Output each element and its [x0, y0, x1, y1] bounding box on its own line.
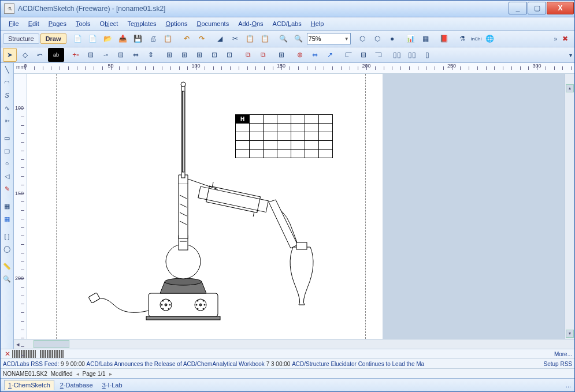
pattern-swatch[interactable]: [47, 350, 48, 358]
redo-icon[interactable]: ↷: [195, 32, 209, 46]
toolbar2-overflow-icon[interactable]: ▾: [569, 52, 572, 58]
rss-item-1[interactable]: ACD/Labs Announces the Release of ACD/Ch…: [87, 361, 265, 367]
table-tool-icon[interactable]: ▦: [1, 213, 13, 225]
ellipse-tool-icon[interactable]: ○: [1, 158, 13, 169]
callout-tool-icon[interactable]: ◯: [1, 243, 13, 255]
dist2-icon[interactable]: ▯▯: [405, 48, 419, 62]
group5-icon[interactable]: ⊡: [222, 48, 236, 62]
copy-page-icon[interactable]: 📋: [161, 32, 175, 46]
more-colors-link[interactable]: More...: [554, 351, 572, 357]
pattern-swatch[interactable]: [62, 350, 64, 358]
pattern-swatch[interactable]: [43, 350, 44, 358]
tool-a-icon[interactable]: ⬡: [355, 32, 369, 46]
curve-tool-icon[interactable]: S: [1, 89, 13, 101]
rotate-icon[interactable]: ⤺: [33, 48, 47, 62]
align3-icon[interactable]: ⫎: [372, 48, 385, 62]
zoom-combo[interactable]: 75%▼: [307, 33, 351, 44]
menu-documents[interactable]: Documents: [192, 19, 234, 28]
color-swatch[interactable]: [17, 350, 18, 358]
no-fill-icon[interactable]: ✕: [3, 349, 12, 359]
color-swatch[interactable]: [16, 350, 17, 358]
color-swatch[interactable]: [14, 350, 15, 358]
pattern-swatch[interactable]: [61, 350, 62, 358]
tab-database[interactable]: 2-Database: [57, 380, 97, 390]
new-page-icon[interactable]: 📄: [86, 32, 100, 46]
toolbar-close-icon[interactable]: ✖: [558, 32, 572, 46]
snap1-icon[interactable]: ⊕: [293, 48, 307, 62]
bracket-tool-icon[interactable]: [ ]: [1, 230, 13, 242]
menu-pages[interactable]: Pages: [44, 19, 71, 28]
chart-icon[interactable]: 📊: [404, 32, 418, 46]
open-icon[interactable]: 📂: [101, 32, 115, 46]
eraser-icon[interactable]: ◢: [213, 32, 227, 46]
color-swatch[interactable]: [19, 350, 20, 358]
snap3-icon[interactable]: ↗: [323, 48, 337, 62]
paint-tool-icon[interactable]: ✎: [1, 183, 13, 195]
pattern-swatch[interactable]: [57, 350, 58, 358]
menu-templates[interactable]: Templates: [123, 19, 161, 28]
grid-icon[interactable]: ⊞: [274, 48, 288, 62]
menu-options[interactable]: Options: [161, 19, 192, 28]
toolbar-overflow-icon[interactable]: »: [554, 36, 557, 42]
polygon-tool-icon[interactable]: ◁: [1, 170, 13, 182]
join-icon[interactable]: -▫: [99, 48, 113, 62]
calc-tool-icon[interactable]: ▦: [1, 200, 13, 212]
pattern-swatch[interactable]: [54, 350, 55, 358]
pattern-swatch[interactable]: [55, 350, 57, 358]
hflip-icon[interactable]: ⇔: [129, 48, 143, 62]
vflip-icon[interactable]: ⇕: [144, 48, 158, 62]
zoom-in-icon[interactable]: 🔍: [277, 32, 291, 46]
layer2-icon[interactable]: ⧉: [256, 48, 270, 62]
color-swatch[interactable]: [29, 350, 31, 358]
tab-ilab[interactable]: 3-I-Lab: [99, 380, 126, 390]
menu-tools[interactable]: Tools: [71, 19, 95, 28]
insert-node-icon[interactable]: +▫: [69, 48, 83, 62]
color-swatch[interactable]: [23, 350, 24, 358]
inchi-label[interactable]: InChI: [471, 36, 482, 42]
group3-icon[interactable]: ⊞: [192, 48, 206, 62]
rss-item-2[interactable]: ACD/Structure Elucidator Continues to Le…: [292, 361, 424, 367]
maximize-button[interactable]: ▢: [528, 2, 546, 14]
color-swatch[interactable]: [24, 350, 25, 358]
color-swatch[interactable]: [21, 350, 22, 358]
menu-acdlabs[interactable]: ACD/Labs: [268, 19, 306, 28]
pattern-swatch[interactable]: [45, 350, 46, 358]
dist1-icon[interactable]: ▯▯: [390, 48, 404, 62]
draw-mode-button[interactable]: Draw: [40, 33, 66, 44]
tab-chemsketch[interactable]: 1-ChemSketch: [4, 380, 54, 390]
text-tool-icon[interactable]: ab: [48, 48, 64, 62]
color-swatch[interactable]: [28, 350, 29, 358]
group4-icon[interactable]: ⊡: [207, 48, 221, 62]
menu-addons[interactable]: Add-Ons: [233, 19, 268, 28]
minimize-button[interactable]: _: [509, 2, 527, 14]
save-icon[interactable]: 💾: [131, 32, 145, 46]
select-tool-icon[interactable]: ➤: [3, 48, 17, 62]
menu-help[interactable]: Help: [306, 19, 329, 28]
tool-c-icon[interactable]: ●: [385, 32, 399, 46]
arrow-tool-icon[interactable]: ➳: [1, 115, 13, 126]
color-swatch[interactable]: [35, 350, 36, 358]
group2-icon[interactable]: ⊞: [177, 48, 191, 62]
page-prev-icon[interactable]: ◂: [76, 371, 79, 377]
tool-b-icon[interactable]: ⬡: [370, 32, 384, 46]
ruler-tool-icon[interactable]: 📏: [1, 260, 13, 272]
copy-icon[interactable]: 📋: [243, 32, 257, 46]
pattern-swatch[interactable]: [40, 350, 41, 358]
pattern-swatch[interactable]: [42, 350, 43, 358]
lasso-icon[interactable]: ◇: [18, 48, 32, 62]
page-next-icon[interactable]: ▸: [109, 371, 112, 377]
tabs-more-icon[interactable]: ...: [566, 382, 571, 389]
dist3-icon[interactable]: ▯: [420, 48, 434, 62]
pattern-swatch[interactable]: [59, 350, 60, 358]
line-tool-icon[interactable]: ╲: [1, 64, 13, 76]
delete-node-icon[interactable]: ⊟: [84, 48, 98, 62]
color-swatch[interactable]: [31, 350, 32, 358]
search-tool-icon[interactable]: 🔍: [1, 273, 13, 285]
flask-icon[interactable]: ⚗: [456, 32, 470, 46]
paste-icon[interactable]: 📋: [258, 32, 272, 46]
print-icon[interactable]: 🖨: [146, 32, 160, 46]
pattern-swatch[interactable]: [49, 350, 50, 358]
menu-file[interactable]: File: [4, 19, 24, 28]
rect-tool-icon[interactable]: ▭: [1, 132, 13, 144]
grid-header-cell[interactable]: H: [236, 115, 250, 124]
